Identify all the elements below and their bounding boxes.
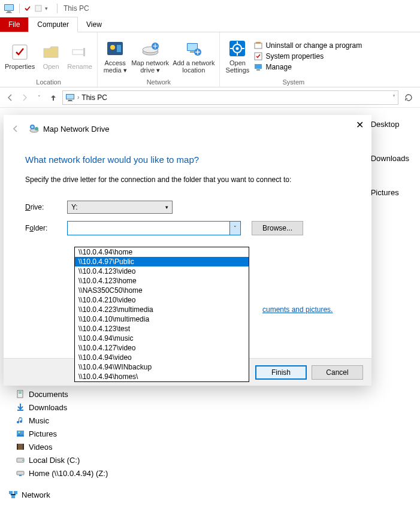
location-item[interactable]: Pictures <box>371 188 409 197</box>
svg-point-44 <box>22 460 23 461</box>
forward-button[interactable] <box>19 92 30 103</box>
dropdown-item[interactable]: \\10.0.4.123\home <box>75 276 249 286</box>
navbar: ˅ › This PC ˅ <box>0 87 420 108</box>
recent-dropdown[interactable]: ˅ <box>34 92 44 103</box>
svg-point-53 <box>35 127 38 131</box>
dropdown-item[interactable]: \\10.0.4.94\homes\ <box>75 372 249 381</box>
drive-label: Drive: <box>25 203 67 211</box>
main-content: Desktop Downloads Pictures Documents Dow… <box>0 108 420 509</box>
tree-item-network[interactable]: Network <box>8 490 108 499</box>
dialog-back-button[interactable] <box>11 123 23 135</box>
map-network-drive-dialog: Map Network Drive ✕ What network folder … <box>4 115 371 386</box>
dropdown-item[interactable]: \\10.0.4.123\test <box>75 324 249 334</box>
dropdown-item[interactable]: \\10.0.4.94\video <box>75 353 249 362</box>
pictures-icon <box>16 429 25 438</box>
titlebar: ▾ This PC <box>0 0 420 17</box>
tree-item-documents[interactable]: Documents <box>16 389 108 399</box>
tab-computer[interactable]: Computer <box>28 17 78 32</box>
svg-point-20 <box>236 47 239 50</box>
cancel-button[interactable]: Cancel <box>312 365 363 380</box>
window-title: This PC <box>64 4 89 13</box>
ribbon-group-system: OpenSettings Uninstall or change a progr… <box>220 32 367 87</box>
rename-button[interactable]: Rename <box>67 43 92 70</box>
ribbon-group-label: System <box>282 78 304 86</box>
location-item[interactable]: Desktop <box>371 120 409 129</box>
up-button[interactable] <box>48 92 59 103</box>
location-item[interactable]: Downloads <box>371 154 409 163</box>
dropdown-item[interactable]: \\10.0.4.97\Public <box>75 257 249 266</box>
ribbon-group-label: Network <box>147 78 171 86</box>
dropdown-item[interactable]: \\10.0.4.127\video <box>75 343 249 353</box>
folder-label: Folder: <box>25 224 67 232</box>
open-button[interactable]: Open <box>38 43 64 70</box>
qat-dropdown-icon[interactable] <box>34 4 43 13</box>
dialog-title: Map Network Drive <box>43 125 110 134</box>
address-bar[interactable]: › This PC ˅ <box>62 90 398 105</box>
map-network-drive-button[interactable]: Map networkdrive ▾ <box>131 39 169 74</box>
rename-icon <box>70 43 89 62</box>
manage-button[interactable]: Manage <box>253 62 362 72</box>
tab-view[interactable]: View <box>78 17 110 32</box>
dialog-body: What network folder would you like to ma… <box>4 143 371 235</box>
tab-file[interactable]: File <box>0 17 28 32</box>
save-icon[interactable] <box>23 4 32 13</box>
add-network-location-button[interactable]: Add a networklocation <box>173 39 214 74</box>
tree-item-videos[interactable]: Videos <box>16 442 108 452</box>
dropdown-item[interactable]: \\NAS350C50\home <box>75 286 249 295</box>
dropdown-item[interactable]: \\10.0.4.94\music <box>75 334 249 343</box>
back-button[interactable] <box>5 92 16 103</box>
folder-combobox[interactable]: ˅ <box>67 221 241 235</box>
map-drive-icon <box>141 39 160 58</box>
dropdown-item[interactable]: \\10.0.4.210\video <box>75 295 249 305</box>
tree-item-music[interactable]: Music <box>16 416 108 425</box>
properties-button[interactable]: Properties <box>5 43 35 70</box>
open-settings-button[interactable]: OpenSettings <box>225 39 250 74</box>
tree-item-pictures[interactable]: Pictures <box>16 429 108 438</box>
svg-rect-47 <box>9 491 13 494</box>
dialog-close-button[interactable]: ✕ <box>353 119 365 131</box>
svg-rect-42 <box>23 444 24 450</box>
svg-rect-7 <box>83 48 85 56</box>
svg-rect-26 <box>256 42 261 44</box>
folder-dropdown-list[interactable]: \\10.0.4.94\home\\10.0.4.97\Public\\10.0… <box>74 247 249 382</box>
drive-value: Y: <box>71 203 78 211</box>
dropdown-item[interactable]: \\10.0.4.223\multimedia <box>75 305 249 314</box>
uninstall-button[interactable]: Uninstall or change a program <box>253 41 362 50</box>
refresh-button[interactable] <box>402 91 415 104</box>
qat-expand-icon[interactable]: ▾ <box>45 4 53 13</box>
music-icon <box>16 416 25 425</box>
dropdown-item[interactable]: \\10.0.4.94\WINbackup <box>75 362 249 372</box>
access-media-button[interactable]: Accessmedia ▾ <box>102 39 128 74</box>
system-properties-button[interactable]: System properties <box>253 51 362 61</box>
dropdown-item[interactable]: \\10.0.4.123\video <box>75 266 249 276</box>
drive-select[interactable]: Y: ▾ <box>67 201 173 214</box>
finish-button[interactable]: Finish <box>255 365 307 380</box>
svg-rect-41 <box>17 444 18 450</box>
media-icon <box>105 39 125 58</box>
uninstall-icon <box>253 41 263 50</box>
network-icon <box>8 490 18 499</box>
folder-input[interactable] <box>68 222 229 235</box>
nav-tree: Documents Downloads Music Pictures Video… <box>16 389 108 499</box>
svg-rect-48 <box>14 491 17 494</box>
svg-rect-29 <box>256 69 260 71</box>
videos-icon <box>16 442 25 452</box>
open-settings-label: OpenSettings <box>226 59 250 74</box>
svg-rect-31 <box>67 95 74 99</box>
ribbon-tabs: File Computer View <box>0 17 420 32</box>
storage-link[interactable]: cuments and pictures. <box>262 305 333 314</box>
dialog-subtext: Specify the drive letter for the connect… <box>25 175 350 184</box>
tree-item-local-disk[interactable]: Local Disk (C:) <box>16 455 108 465</box>
svg-rect-46 <box>19 475 22 476</box>
tree-item-network-drive[interactable]: Home (\\10.0.4.94) (Z:) <box>16 468 108 478</box>
dropdown-item[interactable]: \\10.0.4.10\multimedia <box>75 314 249 324</box>
svg-rect-2 <box>7 11 11 13</box>
address-dropdown-icon[interactable]: ˅ <box>392 94 395 101</box>
ribbon-group-network: Accessmedia ▾ Map networkdrive ▾ Add a n… <box>98 32 220 87</box>
dropdown-item[interactable]: \\10.0.4.94\home <box>75 247 249 257</box>
folder-dropdown-button[interactable]: ˅ <box>229 222 240 235</box>
tree-item-downloads[interactable]: Downloads <box>16 402 108 412</box>
browse-button[interactable]: Browse... <box>252 221 303 235</box>
chevron-down-icon: ▾ <box>165 204 168 210</box>
svg-point-9 <box>110 45 115 50</box>
